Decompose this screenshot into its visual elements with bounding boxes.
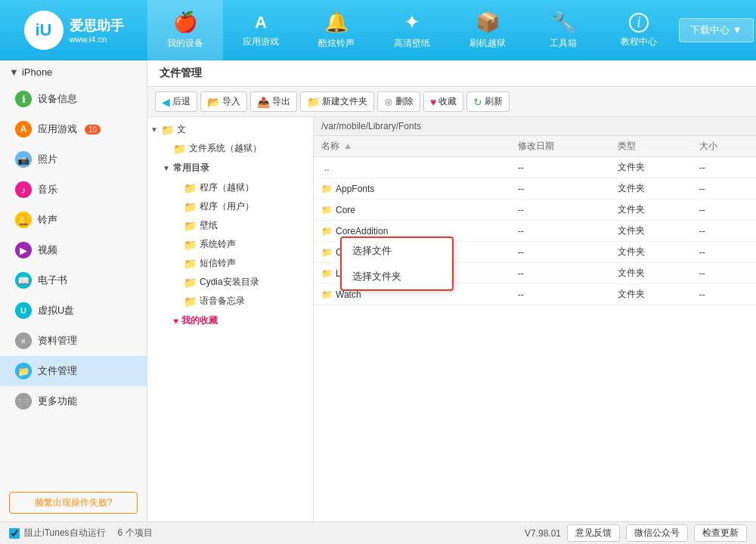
- import-icon: 📂: [207, 96, 220, 108]
- device-arrow-icon: ▼: [9, 66, 19, 78]
- nav-wallpapers[interactable]: ✦ 高清壁纸: [374, 0, 450, 60]
- file-mgmt-icon: 📁: [15, 363, 32, 379]
- nav-jailbreak[interactable]: 📦 刷机越狱: [450, 0, 525, 60]
- statusbar-left: 阻止iTunes自动运行: [9, 527, 106, 539]
- col-type-header: 类型: [610, 136, 692, 157]
- tree-root-node[interactable]: ▼ 📁 文: [147, 120, 313, 139]
- left-panel-tree: ▼ 📁 文 📁 文件系统（越狱） ▼ 常用目录 📁: [147, 117, 314, 521]
- file-size-cell: --: [692, 221, 756, 242]
- sidebar-item-file-mgmt[interactable]: 📁 文件管理: [0, 356, 147, 386]
- favorite-label: 收藏: [438, 95, 457, 108]
- sidebar-item-ringtones[interactable]: 🔔 铃声: [0, 205, 147, 235]
- new-folder-button[interactable]: 📁 新建文件夹: [300, 91, 374, 112]
- tree-favorites-label: ♥ 我的收藏: [147, 311, 313, 331]
- tree-dir-user-apps[interactable]: 📁 程序（用户）: [147, 197, 313, 216]
- sidebar: ▼ iPhone ℹ 设备信息 A 应用游戏 10 📷 照片 ♪ 音乐 🔔 铃声…: [0, 60, 147, 521]
- col-name-header: 名称 ▲: [314, 136, 510, 157]
- sidebar-label-device-info: 设备信息: [38, 92, 77, 106]
- sidebar-label-more: 更多功能: [38, 394, 77, 408]
- nav-wallpapers-icon: ✦: [404, 11, 420, 34]
- context-menu-select-file[interactable]: 选择文件: [342, 238, 452, 264]
- header: iU 爱思助手 www.i4.cn 🍎 我的设备 A 应用游戏 🔔 酷炫铃声 ✦…: [0, 0, 756, 60]
- freq-op-btn[interactable]: 频繁出现操作失败?: [9, 492, 138, 514]
- logo-symbol: iU: [36, 20, 52, 40]
- refresh-button[interactable]: ↻ 刷新: [466, 91, 510, 112]
- statusbar-right: V7.98.01 意见反馈 微信公众号 检查更新: [525, 524, 747, 542]
- new-folder-label: 新建文件夹: [322, 95, 367, 108]
- file-folder-icon: 📁: [321, 205, 333, 215]
- wechat-button[interactable]: 微信公众号: [626, 524, 688, 542]
- tree-dir-sms-ring[interactable]: 📁 短信铃声: [147, 254, 313, 273]
- music-icon: ♪: [15, 181, 32, 198]
- table-row[interactable]: 📁Core -- 文件夹 --: [314, 199, 756, 221]
- import-button[interactable]: 📂 导入: [200, 91, 247, 112]
- file-browser: ▼ 📁 文 📁 文件系统（越狱） ▼ 常用目录 📁: [147, 117, 756, 521]
- tree-expand-icon: ▼: [150, 125, 161, 134]
- logo-text: 爱思助手 www.i4.cn: [70, 17, 124, 44]
- nav-apps-icon: A: [255, 13, 267, 32]
- delete-button[interactable]: ⊗ 删除: [377, 91, 420, 112]
- sidebar-item-data-mgmt[interactable]: ≡ 资料管理: [0, 326, 147, 356]
- tree-dir-label: 程序（越狱）: [200, 181, 254, 194]
- tree-dir-cydia[interactable]: 📁 Cydia安装目录: [147, 273, 313, 292]
- sidebar-label-music: 音乐: [38, 183, 57, 196]
- tree-dir-cydia-label: Cydia安装目录: [200, 276, 259, 289]
- file-size-cell: --: [692, 242, 756, 263]
- file-folder-icon: 📁: [321, 184, 333, 194]
- tree-dir-wallpaper[interactable]: 📁 壁纸: [147, 216, 313, 235]
- import-label: 导入: [222, 95, 240, 108]
- sidebar-item-music[interactable]: ♪ 音乐: [0, 175, 147, 205]
- tree-root-label: 文: [177, 123, 186, 136]
- download-button[interactable]: 下载中心 ▼: [679, 18, 753, 42]
- fav-label-text: 我的收藏: [181, 314, 218, 327]
- sidebar-label-udisk: 虚拟U盘: [38, 304, 74, 317]
- file-date-cell: --: [510, 221, 610, 242]
- sidebar-item-photos[interactable]: 📷 照片: [0, 144, 147, 175]
- table-row[interactable]: 📁AppFonts -- 文件夹 --: [314, 178, 756, 199]
- file-date-cell: --: [510, 157, 610, 178]
- version-text: V7.98.01: [525, 528, 561, 539]
- page-title: 文件管理: [147, 60, 756, 87]
- tree-dir-ringtones[interactable]: 📁 系统铃声: [147, 235, 313, 254]
- sidebar-item-apps-games[interactable]: A 应用游戏 10: [0, 114, 147, 144]
- nav-ringtones[interactable]: 🔔 酷炫铃声: [299, 0, 374, 60]
- col-size-header: 大小: [692, 136, 756, 157]
- update-button[interactable]: 检查更新: [694, 524, 747, 542]
- itunes-checkbox[interactable]: [9, 528, 20, 539]
- tree-dir-jailbreak-apps[interactable]: 📁 程序（越狱）: [147, 178, 313, 197]
- video-icon: ▶: [15, 242, 32, 258]
- brand-url: www.i4.cn: [70, 35, 124, 44]
- sidebar-item-device-info[interactable]: ℹ 设备信息: [0, 84, 147, 114]
- favorite-button[interactable]: ♥ 收藏: [423, 91, 463, 112]
- file-type-cell: 文件夹: [610, 178, 692, 199]
- file-type-cell: 文件夹: [610, 157, 692, 178]
- table-row[interactable]: .. -- 文件夹 --: [314, 157, 756, 178]
- tree-filesystem-node[interactable]: 📁 文件系统（越狱）: [147, 139, 313, 158]
- tree-dir-wp-label: 壁纸: [200, 219, 218, 232]
- feedback-button[interactable]: 意见反馈: [567, 524, 620, 542]
- tree-dir-voice-memo[interactable]: 📁 语音备忘录: [147, 292, 313, 311]
- sidebar-item-video[interactable]: ▶ 视频: [0, 235, 147, 265]
- sort-arrow-icon: ▲: [343, 141, 352, 151]
- context-menu-select-folder[interactable]: 选择文件夹: [342, 264, 452, 289]
- statusbar-checkbox-label: 阻止iTunes自动运行: [24, 527, 106, 539]
- sidebar-item-more[interactable]: ⋮⋮ 更多功能: [0, 386, 147, 416]
- photos-icon: 📷: [15, 151, 32, 168]
- sidebar-item-virtual-udisk[interactable]: U 虚拟U盘: [0, 295, 147, 326]
- nav-my-device[interactable]: 🍎 我的设备: [147, 0, 223, 60]
- nav-toolbox[interactable]: 🔧 工具箱: [525, 0, 601, 60]
- export-button[interactable]: 📤 导出: [250, 91, 297, 112]
- ringtones-icon: 🔔: [15, 212, 32, 228]
- statusbar-count: 6 个项目: [118, 527, 153, 539]
- nav-tutorials[interactable]: i 教程中心: [601, 0, 677, 60]
- back-button[interactable]: ◀ 后退: [155, 91, 197, 112]
- file-size-cell: --: [692, 263, 756, 284]
- brand-name: 爱思助手: [70, 17, 124, 35]
- nav-apps-games[interactable]: A 应用游戏: [223, 0, 299, 60]
- nav-ringtones-label: 酷炫铃声: [318, 37, 355, 50]
- tree-dir-ring-icon: 📁: [184, 239, 197, 251]
- nav-ringtones-icon: 🔔: [324, 11, 349, 34]
- sidebar-item-ebooks[interactable]: 📖 电子书: [0, 265, 147, 295]
- refresh-label: 刷新: [485, 95, 503, 108]
- tree-dir-voice-label: 语音备忘录: [200, 295, 245, 308]
